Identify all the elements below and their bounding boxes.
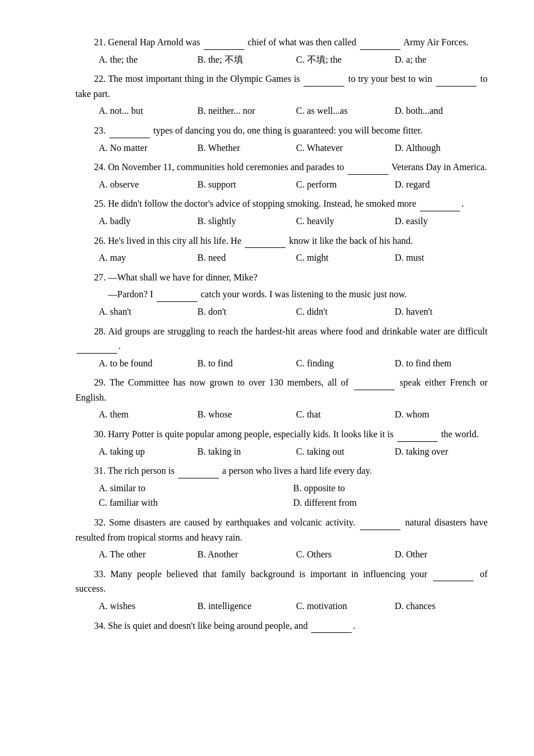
option-23d: D. Although — [395, 141, 493, 156]
option-31a: A. similar to — [99, 481, 293, 496]
option-27d: D. haven't — [395, 304, 493, 319]
q23-text: 23. types of dancing you do, one thing i… — [75, 123, 488, 138]
question-21: 21. General Hap Arnold was chief of what… — [75, 35, 488, 67]
question-22: 22. The most important thing in the Olym… — [75, 71, 488, 118]
option-30a: A. taking up — [99, 444, 197, 459]
option-25c: C. heavily — [296, 214, 395, 229]
option-27a: A. shan't — [99, 304, 197, 319]
question-32: 32. Some disasters are caused by earthqu… — [75, 515, 488, 562]
option-32d: D. Other — [395, 547, 493, 562]
option-33b: B. intelligence — [197, 599, 296, 614]
q32-options: A. The other B. Another C. Others D. Oth… — [99, 547, 488, 562]
q30-text: 30. Harry Potter is quite popular among … — [75, 427, 488, 442]
question-23: 23. types of dancing you do, one thing i… — [75, 123, 488, 155]
option-25b: B. slightly — [197, 214, 296, 229]
option-29b: B. whose — [197, 407, 296, 422]
q32-text: 32. Some disasters are caused by earthqu… — [75, 515, 488, 545]
q25-options: A. badly B. slightly C. heavily D. easil… — [99, 214, 488, 229]
question-25: 25. He didn't follow the doctor's advice… — [75, 196, 488, 228]
option-24b: B. support — [197, 177, 296, 192]
option-21a: A. the; the — [99, 52, 197, 67]
option-27b: B. don't — [197, 304, 296, 319]
option-28d: D. to find them — [395, 356, 493, 371]
option-30d: D. taking over — [395, 444, 493, 459]
option-32c: C. Others — [296, 547, 395, 562]
q28-options: A. to be found B. to find C. finding D. … — [99, 356, 488, 371]
q24-options: A. observe B. support C. perform D. rega… — [99, 177, 488, 192]
q22-text: 22. The most important thing in the Olym… — [75, 71, 488, 101]
option-25d: D. easily — [395, 214, 493, 229]
option-29d: D. whom — [395, 407, 493, 422]
q24-text: 24. On November 11, communities hold cer… — [75, 160, 488, 175]
option-23b: B. Whether — [197, 141, 296, 156]
q21-options: A. the; the B. the; 不填 C. 不填; the D. a; … — [99, 52, 488, 67]
option-21b: B. the; 不填 — [197, 52, 296, 67]
option-22b: B. neither... nor — [197, 103, 296, 118]
option-33a: A. wishes — [99, 599, 197, 614]
q22-options: A. not... but B. neither... nor C. as we… — [99, 103, 488, 118]
option-22d: D. both...and — [395, 103, 493, 118]
option-33d: D. chances — [395, 599, 493, 614]
question-27: 27. —What shall we have for dinner, Mike… — [75, 270, 488, 319]
q23-options: A. No matter B. Whether C. Whatever D. A… — [99, 141, 488, 156]
q26-text: 26. He's lived in this city all his life… — [75, 233, 488, 249]
q33-options: A. wishes B. intelligence C. motivation … — [99, 599, 488, 614]
q30-options: A. taking up B. taking in C. taking out … — [99, 444, 488, 459]
question-34: 34. She is quiet and doesn't like being … — [75, 618, 488, 633]
option-26a: A. may — [99, 250, 197, 265]
option-30c: C. taking out — [296, 444, 395, 459]
option-28b: B. to find — [197, 356, 296, 371]
question-26: 26. He's lived in this city all his life… — [75, 233, 488, 265]
q26-options: A. may B. need C. might D. must — [99, 250, 488, 265]
q27-options: A. shan't B. don't C. didn't D. haven't — [99, 304, 488, 319]
option-31b: B. opposite to — [293, 481, 488, 496]
q27-text-1: 27. —What shall we have for dinner, Mike… — [75, 270, 488, 285]
option-29a: A. them — [99, 407, 197, 422]
option-26d: D. must — [395, 250, 493, 265]
option-31d: D. different from — [293, 495, 488, 510]
q29-text: 29. The Committee has now grown to over … — [75, 375, 488, 405]
q21-text: 21. General Hap Arnold was chief of what… — [75, 35, 488, 50]
option-26b: B. need — [197, 250, 296, 265]
option-27c: C. didn't — [296, 304, 395, 319]
exam-content: 21. General Hap Arnold was chief of what… — [75, 35, 488, 633]
question-28: 28. Aid groups are struggling to reach t… — [75, 324, 488, 371]
option-29c: C. that — [296, 407, 395, 422]
option-26c: C. might — [296, 250, 395, 265]
option-22a: A. not... but — [99, 103, 197, 118]
option-30b: B. taking in — [197, 444, 296, 459]
option-32a: A. The other — [99, 547, 197, 562]
q33-text: 33. Many people believed that family bac… — [75, 567, 488, 596]
q27-text-2: —Pardon? I catch your words. I was liste… — [75, 287, 488, 302]
option-28a: A. to be found — [99, 356, 197, 371]
q28-text: 28. Aid groups are struggling to reach t… — [75, 324, 488, 354]
q34-text: 34. She is quiet and doesn't like being … — [75, 618, 488, 633]
question-33: 33. Many people believed that family bac… — [75, 567, 488, 614]
option-24d: D. regard — [395, 177, 493, 192]
question-31: 31. The rich person is a person who live… — [75, 463, 488, 510]
question-29: 29. The Committee has now grown to over … — [75, 375, 488, 422]
option-24a: A. observe — [99, 177, 197, 192]
question-30: 30. Harry Potter is quite popular among … — [75, 427, 488, 459]
option-24c: C. perform — [296, 177, 395, 192]
question-24: 24. On November 11, communities hold cer… — [75, 160, 488, 192]
q25-text: 25. He didn't follow the doctor's advice… — [75, 196, 488, 211]
q31-text: 31. The rich person is a person who live… — [75, 463, 488, 478]
option-23c: C. Whatever — [296, 141, 395, 156]
option-31c: C. familiar with — [99, 495, 293, 510]
option-21c: C. 不填; the — [296, 52, 395, 67]
option-32b: B. Another — [197, 547, 296, 562]
option-22c: C. as well...as — [296, 103, 395, 118]
option-21d: D. a; the — [395, 52, 493, 67]
option-25a: A. badly — [99, 214, 197, 229]
q31-options: A. similar to B. opposite to C. familiar… — [99, 481, 488, 510]
option-28c: C. finding — [296, 356, 395, 371]
option-33c: C. motivation — [296, 599, 395, 614]
q29-options: A. them B. whose C. that D. whom — [99, 407, 488, 422]
option-23a: A. No matter — [99, 141, 197, 156]
